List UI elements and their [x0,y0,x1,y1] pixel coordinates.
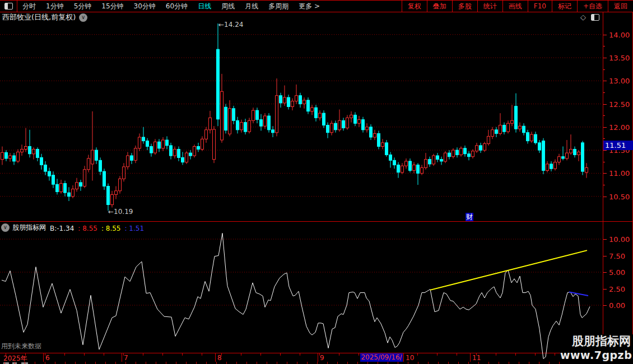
indicator-axis-label: 5.00 [609,268,625,277]
price-axis-label: 14.00 [609,31,630,39]
axis-tick [603,256,607,256]
watermark-name: 股朋指标网 [560,334,631,348]
axis-tick [603,239,607,240]
menu-item-30分钟[interactable]: 30分钟 [129,2,161,11]
indicator-axis-label: 2.50 [609,285,625,293]
site-watermark: 股朋指标网 www.7gpzb.com [560,334,633,364]
period-menu: 分时1分钟5分钟15分钟30分钟60分钟日线周线月线多周期更多 > [17,1,325,12]
indicator-axis-label: 10.00 [609,235,630,244]
toolbar-item-叠加[interactable]: 叠加 [427,1,452,12]
price-axis-label: 12.00 [609,123,630,132]
price-axis-label: 13.00 [609,77,630,85]
menu-item-周线[interactable]: 周线 [216,2,240,11]
price-axis-label: 12.50 [609,100,630,109]
axis-tick [603,104,607,105]
axis-tick [603,150,607,151]
toolbar-item-画线[interactable]: 画线 [502,1,528,12]
toolbar-item-多股[interactable]: 多股 [452,1,477,12]
indicator-value: : 1.51 [124,225,144,232]
candlestick-chart[interactable] [0,22,603,221]
menu-item-15分钟[interactable]: 15分钟 [96,2,128,11]
diamond-icon[interactable]: ◇ [580,13,586,21]
toolbar-item-统计[interactable]: 统计 [477,1,502,12]
menu-item-1分钟[interactable]: 1分钟 [41,2,69,11]
indicator-chart[interactable] [0,227,603,364]
menu-item-多周期[interactable]: 多周期 [263,2,294,11]
future-data-warning: 用到未来数据 [1,342,41,351]
top-menu-bar: 分时1分钟5分钟15分钟30分钟60分钟日线周线月线多周期更多 > 复权叠加多股… [0,0,633,12]
indicator-value: : 8.55 [101,225,121,232]
indicator-name[interactable]: 股朋指标网 [12,223,46,232]
event-marker-badge[interactable]: 财 [466,213,473,221]
layout-toggle-button[interactable] [0,1,17,12]
toolbar-item-标记[interactable]: 标记 [552,1,577,12]
high-price-annotation: ←14.24 [218,21,243,29]
axis-tick [603,185,605,185]
axis-tick [603,138,605,139]
indicator-axis-label: 7.50 [609,252,625,260]
indicator-value: : 8.55 [78,225,97,232]
toolbar-item-+自选[interactable]: +自选 [577,1,608,12]
indicator-value: B:-1.34 [50,225,74,232]
indicator-axis-label: 0.00 [609,301,625,310]
menu-item-日线[interactable]: 日线 [193,2,216,11]
axis-tick [603,197,607,197]
axis-tick [603,46,605,46]
chart-title-row: 西部牧业(日线,前复权) ∨ [2,12,87,22]
axis-tick [603,58,607,58]
axis-tick [603,289,607,290]
app-window: 分时1分钟5分钟15分钟30分钟60分钟日线周线月线多周期更多 > 复权叠加多股… [0,0,633,364]
indicator-values: B:-1.34: 8.55: 8.55: 1.51 [46,222,144,233]
axis-tick [603,272,607,273]
last-price-badge: 11.51 [603,141,633,150]
tool-menu: 复权叠加多股统计画线F10标记+自选返回 [402,1,633,12]
price-axis-label: 10.50 [609,193,630,201]
sidebar-toggle-icon [4,3,13,10]
price-axis-label: 11.00 [609,169,630,178]
menu-item-60分钟[interactable]: 60分钟 [161,2,193,11]
axis-tick [603,81,607,81]
chevron-down-icon[interactable]: ∨ [79,13,87,22]
menu-item-5分钟[interactable]: 5分钟 [69,2,97,11]
axis-tick [603,305,607,306]
indicator-header: ∨ 股朋指标网 B:-1.34: 8.55: 8.55: 1.51 [1,223,144,232]
axis-tick [603,162,605,162]
toolbar-item-复权[interactable]: 复权 [402,1,427,12]
price-axis: 14.0013.5013.0012.5012.0011.5011.0010.50… [603,11,633,335]
toolbar-item-返回[interactable]: 返回 [608,1,633,12]
title-row-icons: ◇ [580,13,599,21]
menu-item-分时[interactable]: 分时 [17,2,41,11]
chevron-down-icon[interactable]: ∨ [1,223,10,232]
low-price-annotation: ←10.19 [108,208,133,216]
watermark-url: www.7gpzb.com [560,348,631,362]
toolbar-item-F10[interactable]: F10 [528,1,552,12]
axis-tick [603,92,605,93]
axis-tick [603,69,605,70]
page-title: 西部牧业(日线,前复权) [2,12,76,22]
menu-item-更多 >[interactable]: 更多 > [294,2,325,11]
axis-tick [603,35,607,35]
axis-tick [603,173,607,174]
axis-tick [603,127,607,128]
price-axis-label: 13.50 [609,54,630,62]
menu-item-月线[interactable]: 月线 [240,2,263,11]
axis-tick [603,115,605,116]
panel-icon[interactable] [591,14,599,21]
